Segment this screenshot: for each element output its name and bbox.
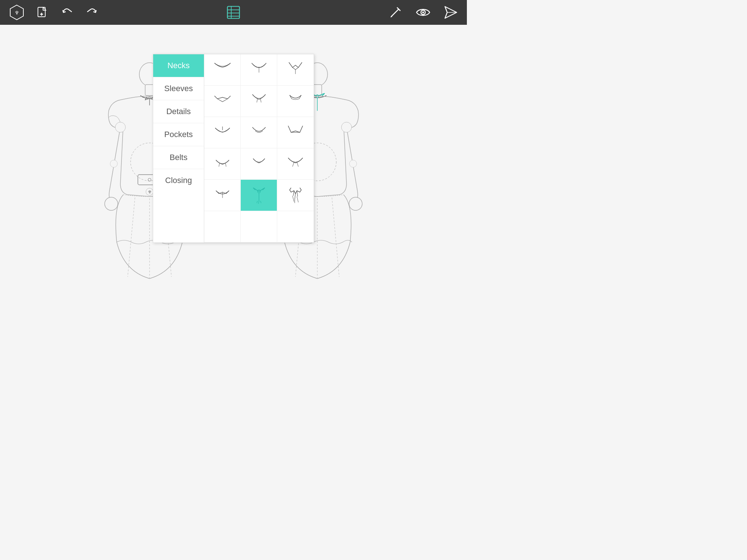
panel-item-r0c0[interactable]: [204, 54, 241, 86]
category-sleeves[interactable]: Sleeves: [153, 77, 204, 100]
panel-item-r5c2[interactable]: [277, 211, 314, 242]
panel-item-r4c0[interactable]: [204, 180, 241, 211]
panel-item-r2c0[interactable]: [204, 117, 241, 148]
svg-text:♆: ♆: [148, 190, 151, 194]
category-necks[interactable]: Necks: [153, 54, 204, 77]
panel-item-r5c1[interactable]: [241, 211, 277, 242]
undo-icon[interactable]: [60, 5, 74, 20]
category-panel: Necks Sleeves Details Pockets Belts Clos…: [153, 54, 314, 243]
panel-categories: Necks Sleeves Details Pockets Belts Clos…: [153, 54, 204, 242]
category-pockets[interactable]: Pockets: [153, 123, 204, 146]
logo-icon[interactable]: ♆: [9, 4, 25, 20]
panel-item-r1c1[interactable]: [241, 86, 277, 117]
svg-line-49: [260, 99, 261, 102]
svg-line-48: [257, 99, 258, 102]
category-belts[interactable]: Belts: [153, 146, 204, 169]
panel-item-r0c2[interactable]: [277, 54, 314, 86]
panel-item-r4c1[interactable]: [241, 180, 277, 211]
main-area: ♆: [0, 25, 467, 350]
toolbar-left: ♆: [9, 4, 99, 20]
edit-icon[interactable]: [388, 5, 403, 20]
svg-rect-36: [313, 85, 322, 96]
svg-line-53: [225, 163, 226, 167]
svg-line-13: [391, 9, 399, 16]
svg-text:♆: ♆: [15, 10, 19, 16]
svg-point-43: [341, 122, 352, 132]
svg-line-54: [293, 162, 294, 167]
panel-item-r1c0[interactable]: [204, 86, 241, 117]
panel-item-r0c1[interactable]: [241, 54, 277, 86]
svg-rect-8: [227, 6, 239, 18]
svg-line-16: [391, 16, 392, 17]
redo-icon[interactable]: [85, 5, 99, 20]
svg-point-33: [110, 160, 117, 167]
panel-item-r3c0[interactable]: [204, 148, 241, 180]
svg-point-24: [105, 197, 118, 210]
svg-point-45: [349, 160, 357, 167]
send-icon[interactable]: [444, 5, 458, 20]
toolbar-right: [388, 5, 458, 20]
category-closing[interactable]: Closing: [153, 169, 204, 192]
list-panel-icon[interactable]: [226, 5, 241, 20]
panel-item-r3c2[interactable]: [277, 148, 314, 180]
toolbar: ♆: [0, 0, 467, 25]
new-icon[interactable]: [35, 5, 50, 20]
preview-icon[interactable]: [416, 5, 430, 20]
svg-line-55: [297, 162, 298, 167]
panel-item-r2c2[interactable]: [277, 117, 314, 148]
svg-point-31: [115, 122, 125, 132]
toolbar-center: [226, 5, 241, 20]
category-details[interactable]: Details: [153, 100, 204, 123]
svg-point-18: [422, 12, 424, 13]
panel-items-grid: [204, 54, 314, 242]
panel-item-r1c2[interactable]: [277, 86, 314, 117]
panel-item-r2c1[interactable]: [241, 117, 277, 148]
panel-item-r3c1[interactable]: [241, 148, 277, 180]
panel-item-r4c2[interactable]: [277, 180, 314, 211]
panel-item-r5c0[interactable]: [204, 211, 241, 242]
svg-line-52: [219, 163, 220, 167]
svg-point-40: [349, 197, 362, 210]
